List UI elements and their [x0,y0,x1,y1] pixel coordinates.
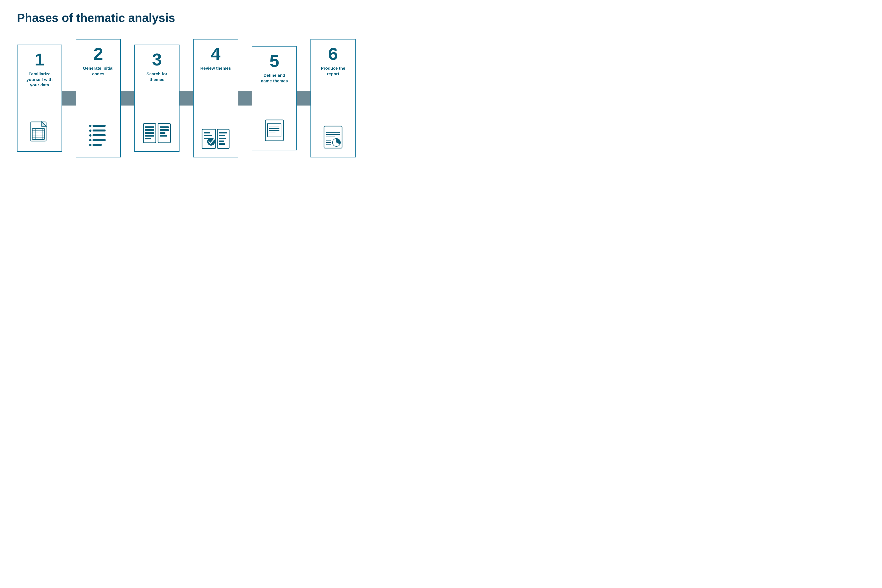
svg-point-12 [89,125,92,127]
svg-rect-21 [93,144,102,146]
phase-label-4: Review themes [200,66,231,71]
svg-rect-19 [93,139,105,141]
phase-card-4: 4 Review themes [193,39,238,158]
svg-rect-41 [219,138,226,139]
phase-card-1: 1 Familiarize yourself with your data [17,45,62,152]
connector-1-2 [62,91,76,105]
svg-point-37 [207,138,215,146]
phases-container: 1 Familiarize yourself with your data [17,39,356,158]
phase-label-2: Generate initial codes [81,66,115,76]
phase-number-6: 6 [328,45,338,63]
svg-rect-42 [219,141,224,142]
svg-rect-29 [160,126,169,128]
phase-icon-3 [143,123,171,144]
phase-number-5: 5 [269,52,279,70]
svg-point-16 [89,134,92,136]
svg-rect-25 [145,132,154,134]
phase-number-2: 2 [93,45,103,63]
svg-rect-35 [204,135,212,136]
svg-rect-26 [145,135,154,136]
svg-rect-15 [93,129,105,132]
svg-rect-24 [145,129,154,131]
phase-number-1: 1 [35,51,44,68]
svg-rect-40 [219,135,225,136]
svg-rect-39 [219,132,227,134]
svg-rect-27 [145,138,151,140]
phase-card-6: 6 Produce the report [311,39,356,158]
svg-rect-31 [160,132,165,134]
page-title: Phases of thematic analysis [17,11,356,25]
svg-point-20 [89,144,92,146]
phase-card-3: 3 Search for themes [134,45,179,152]
phase-icon-2 [88,121,108,150]
phase-label-5: Define and name themes [257,72,291,84]
phase-icon-1 [30,121,50,144]
svg-rect-13 [93,125,105,127]
svg-rect-23 [145,126,154,128]
svg-point-14 [89,129,92,132]
phase-label-3: Search for themes [140,71,174,82]
svg-rect-30 [160,129,169,131]
connector-4-5 [237,91,252,105]
svg-rect-34 [204,132,210,134]
svg-rect-17 [93,134,105,136]
connector-3-4 [179,91,194,105]
phase-label-6: Produce the report [316,66,350,76]
phase-icon-4 [201,129,230,150]
connector-2-3 [120,91,135,105]
phase-icon-6 [323,125,343,150]
phase-number-3: 3 [152,51,162,68]
phase-number-4: 4 [211,45,221,63]
svg-point-18 [89,139,92,141]
connector-5-6 [296,91,311,105]
phase-icon-5 [264,119,284,143]
svg-rect-45 [267,123,281,137]
phase-card-5: 5 Define and name themes [252,46,297,150]
phase-label-1: Familiarize yourself with your data [23,71,56,88]
svg-rect-43 [219,143,225,145]
svg-rect-32 [160,135,167,136]
phase-card-2: 2 Generate initial codes [76,39,121,158]
